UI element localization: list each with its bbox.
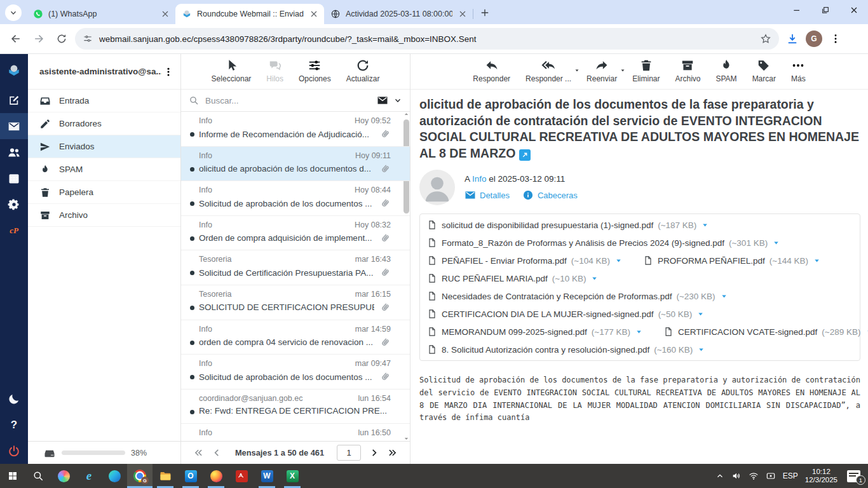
omnibox[interactable]: webmail.sanjuan.gob.ec/cpsess4380978826/… xyxy=(75,28,779,50)
message-list-item[interactable]: coordinador@sanjuan.gob.eclun 16:54Re: F… xyxy=(181,390,410,424)
taskbar-file-explorer-button[interactable] xyxy=(153,464,178,488)
headers-button[interactable]: Cabeceras xyxy=(522,189,578,201)
dropdown-caret-icon[interactable] xyxy=(574,67,580,74)
sidebar-folder-borradores[interactable]: Borradores xyxy=(28,112,180,135)
restore-button[interactable] xyxy=(811,0,839,20)
attachment-link[interactable]: MEMORANDUM 099-2025-signed.pdf(~177 KB) xyxy=(427,327,643,337)
notification-center-button[interactable]: 1 xyxy=(847,470,860,482)
message-toolbar-spam[interactable]: SPAM xyxy=(715,58,738,89)
wifi-icon[interactable] xyxy=(749,471,759,481)
message-toolbar-archivo[interactable]: Archivo xyxy=(674,58,702,89)
downloads-button[interactable] xyxy=(783,29,802,48)
attachment-menu-caret-icon[interactable] xyxy=(697,346,705,354)
message-list-item[interactable]: Tesoreriamar 16:43Solicitud de Certifica… xyxy=(181,250,410,285)
message-list-item[interactable]: Infolun 16:50 xyxy=(181,424,410,441)
attachment-menu-caret-icon[interactable] xyxy=(590,274,599,283)
attachment-link[interactable]: solicitud de disponibilidad presupuestar… xyxy=(427,220,709,230)
rail-compose-button[interactable] xyxy=(0,87,28,113)
attachment-menu-caret-icon[interactable] xyxy=(614,257,623,265)
taskbar-start-button[interactable] xyxy=(0,464,25,488)
tab-search-button[interactable] xyxy=(5,4,22,21)
recipient-link[interactable]: Info xyxy=(472,174,487,184)
list-toolbar-seleccionar[interactable]: Seleccionar xyxy=(210,58,253,89)
message-list-item[interactable]: InfoHoy 08:44Solicitud de aprobación de … xyxy=(181,181,410,216)
list-toolbar-actualizar[interactable]: Actualizar xyxy=(345,58,381,89)
taskbar-internet-explorer-button[interactable]: e xyxy=(76,464,102,488)
sidebar-folder-entrada[interactable]: Entrada xyxy=(28,90,180,112)
tab-close-icon[interactable] xyxy=(458,9,468,19)
last-page-icon[interactable] xyxy=(387,447,398,458)
taskbar-outlook-button[interactable]: O xyxy=(178,464,203,488)
search-scope-mail-icon[interactable] xyxy=(377,95,388,106)
back-button[interactable] xyxy=(6,29,25,48)
tab-close-icon[interactable] xyxy=(160,9,170,19)
list-toolbar-opciones[interactable]: Opciones xyxy=(297,58,332,89)
message-list-item[interactable]: InfoHoy 09:11olicitud de aprobación de l… xyxy=(181,147,410,182)
tray-expand-icon[interactable] xyxy=(715,471,724,480)
search-input[interactable] xyxy=(204,95,372,106)
attachment-link[interactable]: PEÑAFIEL - Enviar Proforma.pdf(~104 KB) xyxy=(427,255,623,266)
attachment-link[interactable]: CERTIFICACION DIA DE LA MUJER-signed-sig… xyxy=(427,309,705,319)
new-tab-button[interactable] xyxy=(477,4,493,21)
attachment-menu-caret-icon[interactable] xyxy=(865,328,868,336)
attachment-link[interactable]: RUC PEÑAFIEL MARIA.pdf(~10 KB) xyxy=(427,273,599,283)
forward-button[interactable] xyxy=(29,29,48,48)
attachment-menu-caret-icon[interactable] xyxy=(701,221,709,229)
page-input[interactable] xyxy=(337,445,361,461)
attachment-link[interactable]: Formato_8_Razón de Proformas y Análisis … xyxy=(427,238,780,248)
rail-cpanel-button[interactable]: cP xyxy=(0,217,28,243)
rail-settings-button[interactable] xyxy=(0,191,28,217)
browser-tab[interactable]: Roundcube Webmail :: Enviados xyxy=(175,4,324,24)
sidebar-folder-spam[interactable]: SPAM xyxy=(28,158,180,181)
attachment-menu-caret-icon[interactable] xyxy=(720,292,728,301)
tab-close-icon[interactable] xyxy=(309,9,319,19)
browser-menu-button[interactable] xyxy=(826,29,845,48)
dark-mode-button[interactable] xyxy=(0,386,28,412)
first-page-icon[interactable] xyxy=(193,447,204,458)
message-toolbar-reenviar[interactable]: Reenviar xyxy=(585,58,618,89)
close-button[interactable] xyxy=(839,0,868,20)
taskbar-edge-button[interactable] xyxy=(102,464,127,488)
bookmark-star-icon[interactable] xyxy=(760,33,771,44)
details-button[interactable]: Detalles xyxy=(465,189,510,201)
site-settings-icon[interactable] xyxy=(83,34,93,44)
taskbar-chrome-button[interactable]: G xyxy=(127,464,153,488)
minimize-button[interactable] xyxy=(782,0,811,20)
logout-button[interactable] xyxy=(0,438,28,464)
message-toolbar-eliminar[interactable]: Eliminar xyxy=(631,58,661,89)
message-toolbar-marcar[interactable]: Marcar xyxy=(751,58,777,89)
list-toolbar-hilos[interactable]: Hilos xyxy=(265,58,285,89)
message-list-item[interactable]: InfoHoy 08:32Orden de compra adquisición… xyxy=(181,216,410,251)
clock[interactable]: 10:12 12/3/2025 xyxy=(805,468,837,485)
reload-button[interactable] xyxy=(52,29,71,48)
message-list-item[interactable]: Tesoreriamar 16:15SOLICITUD DE CERTIFICA… xyxy=(181,285,410,320)
dropdown-caret-icon[interactable] xyxy=(620,67,626,74)
taskbar-acrobat-button[interactable] xyxy=(229,464,254,488)
open-in-new-window-icon[interactable] xyxy=(519,149,531,161)
message-list-item[interactable]: InfoHoy 09:52Informe de Recomendación de… xyxy=(181,112,410,147)
message-toolbar-responder[interactable]: Responder xyxy=(471,58,512,89)
sidebar-folder-archivo[interactable]: Archivo xyxy=(28,204,180,227)
attachment-menu-caret-icon[interactable] xyxy=(696,310,705,318)
message-toolbar-responder-[interactable]: Responder ... xyxy=(524,58,573,89)
url-text[interactable]: webmail.sanjuan.gob.ec/cpsess4380978826/… xyxy=(99,34,754,44)
taskbar-firefox-button[interactable] xyxy=(203,464,229,488)
browser-tab[interactable]: Actividad 2025-03-11 08:00:00 xyxy=(324,4,473,24)
help-button[interactable]: ? xyxy=(0,412,28,438)
rail-contacts-button[interactable] xyxy=(0,139,28,165)
attachment-link[interactable]: Necesidades de Contratación y Recepción … xyxy=(427,291,728,301)
sidebar-folder-enviados[interactable]: Enviados xyxy=(28,135,180,158)
message-list-item[interactable]: Infomar 14:59orden de compra 04 servicio… xyxy=(181,320,410,355)
attachment-menu-caret-icon[interactable] xyxy=(772,239,780,247)
attachment-link[interactable]: PROFORMA PEÑAFIEL.pdf(~144 KB) xyxy=(643,255,821,266)
account-menu-button[interactable] xyxy=(161,65,175,79)
attachment-link[interactable]: CERTIFICACION VCATE-signed.pdf(~289 KB) xyxy=(663,327,868,337)
taskbar-search-button[interactable] xyxy=(25,464,51,488)
rail-mail-button[interactable] xyxy=(0,113,28,139)
sidebar-folder-papelera[interactable]: Papelera xyxy=(28,181,180,204)
browser-tab[interactable]: (1) WhatsApp xyxy=(27,4,175,24)
prev-page-icon[interactable] xyxy=(212,447,222,458)
message-list-item[interactable]: Infomar 09:47Solicitud de aprobación de … xyxy=(181,355,410,390)
rail-calendar-button[interactable] xyxy=(0,165,28,191)
next-page-icon[interactable] xyxy=(369,447,379,458)
